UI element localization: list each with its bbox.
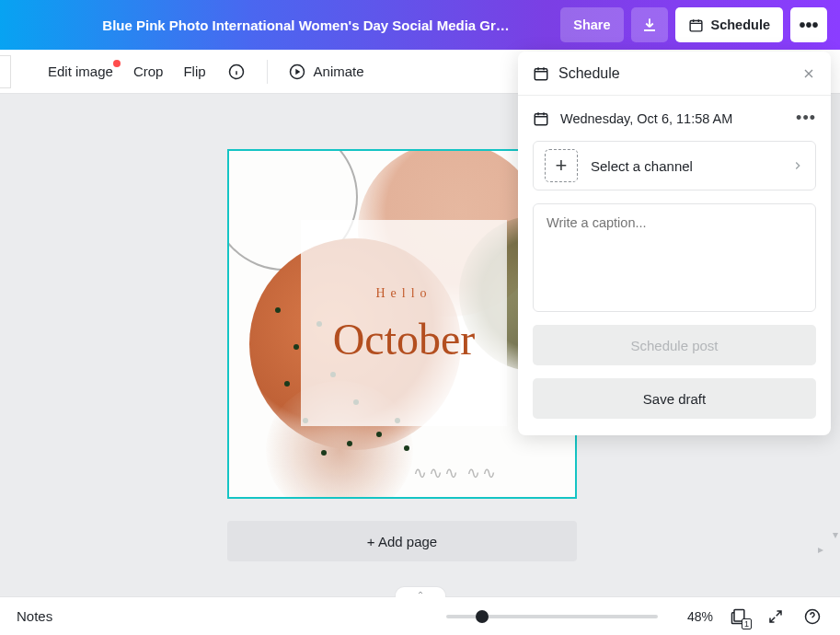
hello-text: Hello (375, 286, 432, 301)
schedule-button[interactable]: Schedule (675, 7, 783, 42)
caption-input[interactable] (533, 203, 816, 312)
calendar-icon (688, 17, 704, 33)
divider (267, 60, 268, 84)
top-bar: Blue Pink Photo International Women's Da… (0, 0, 840, 50)
bottom-bar: Notes 48% 1 (0, 596, 840, 635)
notes-expand-button[interactable] (395, 586, 446, 597)
scroll-right-icon[interactable]: ▸ (818, 543, 823, 556)
flip-button[interactable]: Flip (183, 64, 205, 79)
calendar-icon (533, 110, 549, 127)
edit-image-button[interactable]: Edit image (48, 64, 113, 79)
svg-rect-0 (690, 20, 702, 30)
text-card[interactable]: Hello October (301, 220, 507, 426)
select-channel-button[interactable]: + Select a channel (533, 141, 816, 190)
help-button[interactable] (801, 606, 823, 628)
schedule-post-button[interactable]: Schedule post (533, 325, 816, 365)
document-title[interactable]: Blue Pink Photo International Women's Da… (13, 17, 553, 33)
close-icon (801, 66, 816, 81)
save-draft-button[interactable]: Save draft (533, 378, 816, 419)
chevron-right-icon (791, 159, 804, 172)
schedule-date-button[interactable]: Wednesday, Oct 6, 11:58 AM (533, 110, 785, 127)
calendar-icon (533, 65, 549, 82)
plus-box-icon: + (545, 149, 578, 182)
chevron-up-icon (415, 589, 426, 596)
page-count-badge: 1 (742, 618, 752, 629)
panel-title-text: Schedule (558, 65, 620, 82)
zoom-value[interactable]: 48% (673, 609, 713, 624)
fullscreen-button[interactable] (765, 606, 787, 628)
edit-image-label: Edit image (48, 64, 113, 79)
download-icon (641, 17, 658, 33)
decor-squiggle: ∿∿∿ ∿∿ (413, 463, 498, 483)
more-button[interactable]: ••• (790, 7, 827, 42)
select-channel-label: Select a channel (591, 158, 778, 174)
svg-rect-4 (535, 113, 547, 124)
month-text: October (333, 314, 476, 364)
schedule-button-label: Schedule (711, 17, 770, 32)
zoom-slider[interactable] (446, 615, 658, 618)
animate-button[interactable]: Animate (288, 63, 364, 81)
color-swatch[interactable] (0, 55, 11, 88)
notification-dot-icon (113, 60, 121, 67)
download-button[interactable] (631, 7, 668, 42)
expand-icon (767, 608, 784, 625)
animate-label: Animate (314, 64, 364, 79)
crop-button[interactable]: Crop (133, 64, 164, 79)
scroll-down-icon[interactable]: ▾ (833, 528, 838, 541)
help-icon (803, 607, 822, 626)
schedule-panel: Schedule Wednesday, Oct 6, 11:58 AM ••• … (518, 52, 831, 435)
notes-button[interactable]: Notes (17, 608, 52, 624)
close-button[interactable] (801, 66, 816, 81)
zoom-slider-thumb[interactable] (476, 610, 489, 623)
info-icon (227, 63, 246, 81)
dots-icon: ••• (799, 15, 818, 36)
add-page-button[interactable]: + Add page (227, 521, 577, 561)
schedule-date-text: Wednesday, Oct 6, 11:58 AM (560, 111, 732, 126)
share-button[interactable]: Share (560, 7, 623, 42)
svg-rect-3 (535, 68, 547, 79)
info-button[interactable] (226, 62, 247, 82)
page-view-button[interactable]: 1 (728, 606, 750, 628)
animate-icon (288, 63, 306, 81)
date-options-button[interactable]: ••• (796, 109, 816, 128)
